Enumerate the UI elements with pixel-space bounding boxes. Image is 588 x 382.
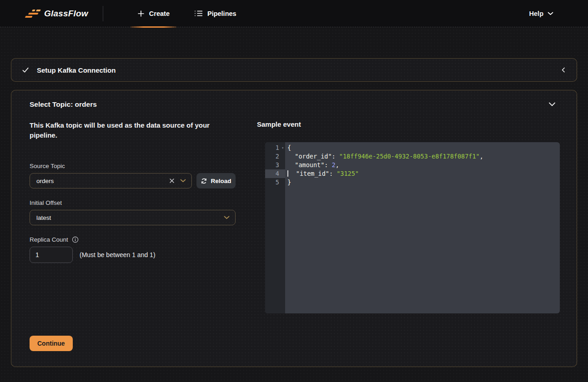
tab-create[interactable]: Create [130, 0, 177, 27]
fold-arrow-icon[interactable]: ▾ [281, 144, 284, 152]
source-topic-value: orders [36, 178, 169, 184]
glassflow-logo-icon [25, 9, 42, 18]
initial-offset-value: latest [36, 214, 224, 221]
chevron-down-icon[interactable] [180, 179, 186, 183]
code-text: "order_id": "18ff946e-25d0-4932-8053-e8f… [285, 152, 483, 161]
line-number: 3 [265, 161, 285, 169]
line-number: 2 [265, 152, 285, 161]
sample-event-column: Sample event 1▾{2 "order_id": "18ff946e-… [257, 109, 560, 351]
reload-button-label: Reload [211, 178, 231, 184]
code-text: "item_id": "3125" [285, 169, 359, 178]
brand-logo[interactable]: GlassFlow [26, 9, 88, 19]
initial-offset-label: Initial Offset [30, 199, 246, 206]
list-icon [194, 10, 203, 17]
replica-count-input[interactable] [30, 247, 73, 263]
nav-tabs: Create Pipelines [130, 0, 244, 27]
navbar-divider [103, 6, 103, 21]
refresh-icon [201, 178, 207, 184]
top-navbar: GlassFlow Create Pipelines [0, 0, 588, 27]
select-topic-title: Select Topic: orders [30, 100, 97, 109]
reload-button[interactable]: Reload [196, 173, 236, 189]
code-text: { [285, 144, 291, 152]
plus-icon [137, 10, 145, 17]
chevron-down-icon[interactable] [548, 102, 556, 107]
check-icon [21, 66, 30, 74]
topic-form-column: This Kafka topic will be used as the dat… [30, 109, 246, 351]
initial-offset-select[interactable]: latest [30, 210, 236, 225]
source-topic-label: Source Topic [30, 163, 246, 169]
code-line: 5} [265, 178, 560, 187]
line-number: 4 [265, 169, 285, 178]
replica-count-label: Replica Count [30, 236, 68, 243]
code-line: 2 "order_id": "18ff946e-25d0-4932-8053-e… [265, 152, 560, 161]
topic-description: This Kafka topic will be used as the dat… [30, 120, 231, 140]
brand-name: GlassFlow [44, 9, 88, 19]
main-content: Setup Kafka Connection Select Topic: ord… [0, 27, 588, 367]
setup-kafka-panel[interactable]: Setup Kafka Connection [11, 58, 577, 82]
chevron-down-icon[interactable] [224, 216, 230, 219]
code-line: 4 "item_id": "3125" [265, 169, 560, 178]
line-number: 1▾ [265, 144, 285, 152]
tab-pipelines-label: Pipelines [207, 10, 236, 17]
replica-count-hint: (Must be between 1 and 1) [80, 251, 156, 258]
text-cursor [287, 170, 288, 177]
code-text: "amount": 2, [285, 161, 339, 169]
info-icon[interactable] [72, 236, 79, 243]
code-line: 3 "amount": 2, [265, 161, 560, 169]
code-text: } [285, 178, 291, 187]
continue-button[interactable]: Continue [30, 336, 73, 351]
tab-create-label: Create [149, 10, 170, 17]
x-icon[interactable] [169, 178, 175, 184]
sample-event-code-editor[interactable]: 1▾{2 "order_id": "18ff946e-25d0-4932-805… [265, 142, 560, 313]
line-number: 5 [265, 178, 285, 187]
select-topic-panel: Select Topic: orders This Kafka topic wi… [11, 90, 577, 367]
tab-pipelines[interactable]: Pipelines [186, 0, 244, 27]
chevron-left-icon[interactable] [560, 67, 567, 73]
code-line: 1▾{ [265, 144, 560, 152]
help-label: Help [529, 10, 543, 17]
sample-event-label: Sample event [257, 120, 560, 128]
help-menu[interactable]: Help [529, 10, 553, 17]
setup-kafka-title: Setup Kafka Connection [37, 66, 116, 74]
chevron-down-icon [548, 12, 553, 15]
select-topic-header[interactable]: Select Topic: orders [11, 90, 577, 109]
source-topic-select[interactable]: orders [30, 173, 192, 189]
select-topic-body: This Kafka topic will be used as the dat… [11, 109, 577, 351]
